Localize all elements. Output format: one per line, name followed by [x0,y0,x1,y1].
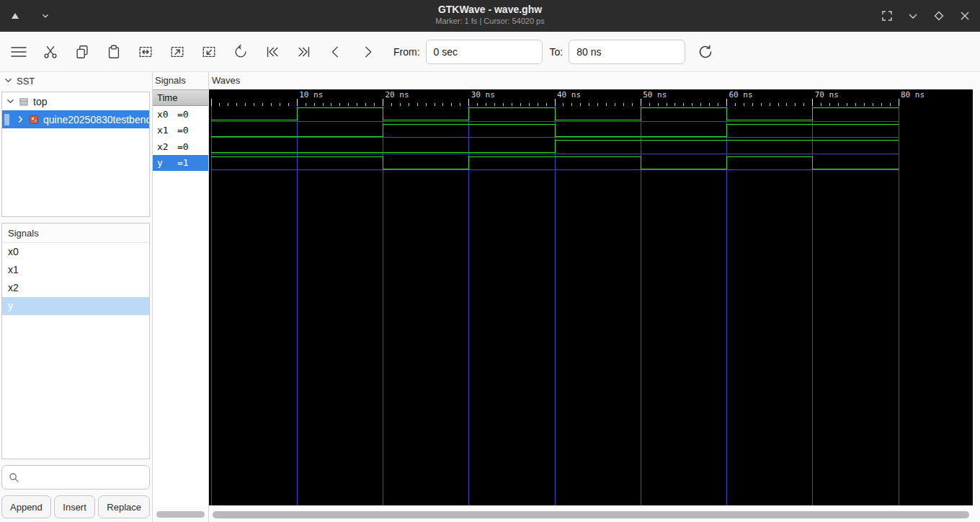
testbench-chip-icon [29,115,39,125]
wave-row-label-y[interactable]: y =1 [153,155,208,172]
signal-item-x1[interactable]: x1 [2,261,149,279]
reload-icon[interactable] [692,39,718,65]
to-label: To: [550,46,564,58]
zoom-fit-icon[interactable] [133,39,159,65]
chevron-down-small-icon[interactable] [37,8,53,24]
wave-row-value: =0 [177,141,189,152]
sst-header: SST [4,76,35,87]
svg-text:50 ns: 50 ns [643,90,667,99]
insert-button[interactable]: Insert [54,495,95,518]
expander-down-icon[interactable] [6,96,14,107]
zoom-in-icon[interactable] [164,39,190,65]
svg-text:60 ns: 60 ns [729,90,753,99]
waves-header: Waves [209,72,980,89]
module-box-icon [19,97,29,107]
wave-canvas[interactable]: 10 ns20 ns30 ns40 ns50 ns60 ns70 ns80 ns [209,89,973,505]
wave-row-label-x2[interactable]: x2 =0 [153,138,208,155]
svg-text:70 ns: 70 ns [815,90,839,99]
wave-row-label-x1[interactable]: x1 =0 [153,123,208,139]
edge-last-icon[interactable] [291,39,317,65]
window-title: GTKWave - wave.ghw [0,4,980,15]
append-button[interactable]: Append [1,495,51,518]
waves-panel: Waves 10 ns20 ns30 ns40 ns50 ns60 ns70 n… [209,72,980,522]
signal-item-y[interactable]: y [2,297,149,315]
menu-icon[interactable] [6,39,32,65]
from-input[interactable] [426,40,543,64]
sst-signals-panel: Signals x0 x1 x2 y [1,223,150,459]
signal-name-rows: x0 =0 x1 =0 x2 =0 y =1 [153,106,208,506]
expander-right-icon[interactable] [17,114,24,125]
names-column-header: Signals [153,72,208,89]
svg-text:40 ns: 40 ns [557,90,581,99]
svg-text:10 ns: 10 ns [299,90,323,99]
wave-row-value: =1 [177,157,189,168]
waves-hscrollbar[interactable] [213,511,969,518]
tree-item-label: quine20250830testbench [43,114,149,125]
toolbar: From: To: [0,32,980,72]
signal-search-box[interactable] [1,465,150,490]
wave-row-value: =0 [177,109,189,120]
sst-title: SST [17,76,35,87]
zoom-undo-icon[interactable] [228,39,254,65]
names-hscrollbar[interactable] [156,511,205,518]
signal-buttons: Append Insert Replace [1,495,150,518]
signals-panel-header: Signals [2,224,149,243]
wave-row-label-x0[interactable]: x0 =0 [153,106,208,123]
snap-window-icon[interactable] [879,8,895,24]
wave-row-value: =0 [177,125,189,136]
copy-icon[interactable] [69,39,95,65]
marker-cursor-status: Marker: 1 fs | Cursor: 54020 ps [0,17,980,25]
signal-search-input[interactable] [24,472,143,483]
tree-item-top[interactable]: top [2,92,149,110]
signal-names-column: Signals Time x0 =0 x1 =0 x2 =0 y =1 [153,72,209,522]
titlebar: GTKWave - wave.ghw Marker: 1 fs | Cursor… [0,0,980,32]
svg-text:80 ns: 80 ns [901,90,925,99]
sst-sidebar: SST top quine20250830testbench [0,72,153,522]
svg-text:30 ns: 30 ns [471,90,495,99]
signal-item-x0[interactable]: x0 [2,243,149,261]
tree-item-label: top [33,96,47,107]
sst-tree: top quine20250830testbench [1,92,150,217]
search-icon [9,472,19,483]
paste-icon[interactable] [101,39,127,65]
replace-button[interactable]: Replace [98,495,150,518]
sst-collapse-icon[interactable] [4,76,12,87]
edge-first-icon[interactable] [259,39,285,65]
close-icon[interactable] [957,8,973,24]
zoom-out-icon[interactable] [196,39,222,65]
edge-prev-icon[interactable] [323,39,349,65]
tree-item-testbench[interactable]: quine20250830testbench [2,110,149,128]
scroll-up-icon[interactable] [7,8,23,24]
svg-text:20 ns: 20 ns [386,90,409,99]
waveform-svg[interactable]: 10 ns20 ns30 ns40 ns50 ns60 ns70 ns80 ns [209,89,973,505]
signal-item-x2[interactable]: x2 [2,279,149,297]
cut-icon[interactable] [37,39,63,65]
to-input[interactable] [569,40,685,64]
maximize-diamond-icon[interactable] [931,8,947,24]
minimize-chevron-icon[interactable] [905,8,921,24]
from-label: From: [393,46,420,58]
time-header-cell: Time [153,89,208,106]
edge-next-icon[interactable] [355,39,380,65]
